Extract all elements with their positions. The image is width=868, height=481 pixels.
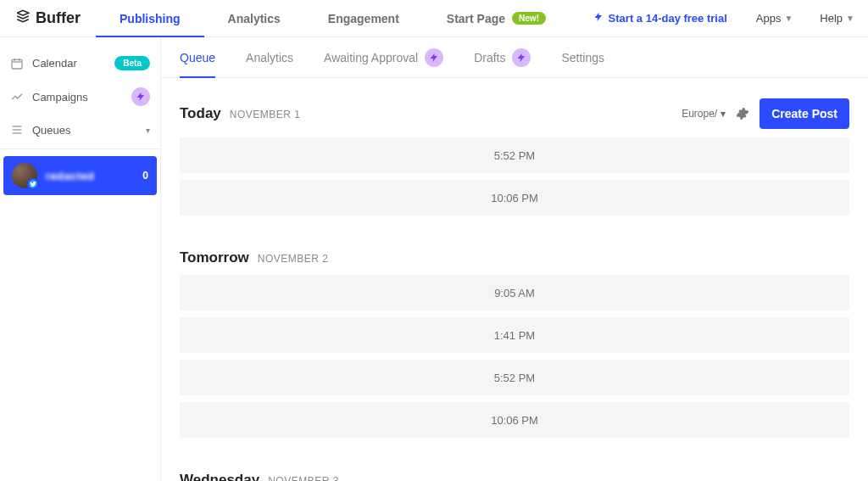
main-panel: QueueAnalyticsAwaiting ApprovalDraftsSet…: [161, 37, 868, 481]
nav-tab-publishing[interactable]: Publishing: [96, 0, 204, 36]
time-slot[interactable]: 10:06 PM: [180, 402, 849, 438]
twitter-icon: [27, 178, 39, 190]
time-slot[interactable]: 9:05 AM: [180, 275, 849, 310]
help-label: Help: [820, 12, 843, 25]
campaigns-icon: [10, 90, 24, 103]
queue-count: 0: [142, 170, 148, 182]
nav-tab-label: Engagement: [328, 12, 399, 25]
subtab-label: Settings: [561, 51, 604, 64]
subtab-label: Drafts: [474, 51, 505, 64]
subtab-queue[interactable]: Queue: [180, 37, 215, 77]
avatar: [12, 163, 37, 188]
day-header-actions: Europe/▾Create Post: [682, 98, 849, 129]
chevron-down-icon: ▼: [846, 14, 854, 23]
account-handle: redacted: [46, 170, 134, 182]
day-title: Tomorrow: [180, 249, 249, 266]
nav-tab-label: Start Page: [447, 12, 505, 25]
divider: [0, 148, 160, 149]
subtabs: QueueAnalyticsAwaiting ApprovalDraftsSet…: [161, 37, 868, 78]
sidebar-item-calendar[interactable]: CalendarBeta: [0, 48, 160, 79]
svg-rect-0: [12, 59, 22, 69]
timezone-selector[interactable]: Europe/▾: [682, 108, 726, 120]
nav-tab-label: Analytics: [228, 12, 281, 25]
day-header: TomorrowNOVEMBER 2: [180, 249, 849, 266]
chevron-down-icon: ▼: [784, 14, 793, 23]
gear-icon[interactable]: [736, 107, 749, 120]
nav-tab-start-page[interactable]: Start PageNew!: [423, 0, 570, 36]
nav-tab-label: Publishing: [120, 12, 181, 25]
sidebar-item-label: Queues: [32, 124, 71, 137]
beta-badge: Beta: [114, 56, 150, 70]
nav-tab-analytics[interactable]: Analytics: [204, 0, 304, 36]
calendar-icon: [10, 57, 24, 70]
queue-content: TodayNOVEMBER 1Europe/▾Create Post5:52 P…: [161, 78, 868, 481]
bolt-badge: [425, 48, 443, 67]
sidebar-item-campaigns[interactable]: Campaigns: [0, 79, 160, 115]
subtab-settings[interactable]: Settings: [561, 37, 604, 77]
help-menu[interactable]: Help ▼: [806, 12, 868, 25]
nav-tabs: PublishingAnalyticsEngagementStart PageN…: [96, 0, 570, 36]
start-trial-link[interactable]: Start a 14-day free trial: [578, 12, 743, 25]
subtab-label: Queue: [180, 51, 215, 64]
create-post-button[interactable]: Create Post: [760, 98, 849, 129]
chevron-down-icon: ▾: [146, 126, 150, 135]
time-slot[interactable]: 5:52 PM: [180, 360, 849, 395]
nav-tab-engagement[interactable]: Engagement: [304, 0, 423, 36]
sidebar: CalendarBetaCampaignsQueues▾ redacted 0: [0, 37, 161, 481]
account-card[interactable]: redacted 0: [3, 156, 157, 195]
apps-menu[interactable]: Apps ▼: [743, 12, 807, 25]
queues-icon: [10, 123, 24, 137]
top-nav: Buffer PublishingAnalyticsEngagementStar…: [0, 0, 868, 37]
apps-label: Apps: [756, 12, 782, 25]
subtab-awaiting-approval[interactable]: Awaiting Approval: [324, 37, 443, 77]
subtab-drafts[interactable]: Drafts: [474, 37, 531, 77]
bolt-icon: [593, 12, 604, 25]
sidebar-item-queues[interactable]: Queues▾: [0, 115, 160, 145]
section-gap: [180, 445, 849, 467]
buffer-logo-icon: [15, 8, 31, 28]
day-title: Today: [180, 105, 221, 122]
subtab-label: Analytics: [246, 51, 293, 64]
timezone-label: Europe/: [682, 108, 717, 120]
new-badge: New!: [512, 12, 546, 25]
day-header: WednesdayNOVEMBER 3: [180, 472, 849, 481]
section-gap: [180, 222, 849, 244]
day-date: NOVEMBER 2: [258, 253, 329, 265]
time-slot[interactable]: 10:06 PM: [180, 180, 849, 215]
time-slot[interactable]: 1:41 PM: [180, 317, 849, 353]
subtab-label: Awaiting Approval: [324, 51, 418, 64]
bolt-badge: [512, 48, 531, 67]
day-date: NOVEMBER 1: [230, 109, 301, 120]
day-title: Wednesday: [180, 472, 259, 481]
trial-label: Start a 14-day free trial: [609, 12, 727, 25]
brand-name: Buffer: [36, 9, 81, 27]
subtab-analytics[interactable]: Analytics: [246, 37, 293, 77]
day-date: NOVEMBER 3: [268, 475, 339, 481]
day-header: TodayNOVEMBER 1Europe/▾Create Post: [180, 98, 849, 129]
sidebar-item-label: Campaigns: [32, 91, 88, 103]
sidebar-item-label: Calendar: [32, 57, 77, 70]
time-slot[interactable]: 5:52 PM: [180, 137, 849, 173]
bolt-badge: [131, 87, 150, 106]
brand-logo[interactable]: Buffer: [0, 8, 96, 28]
chevron-down-icon: ▾: [721, 108, 726, 120]
